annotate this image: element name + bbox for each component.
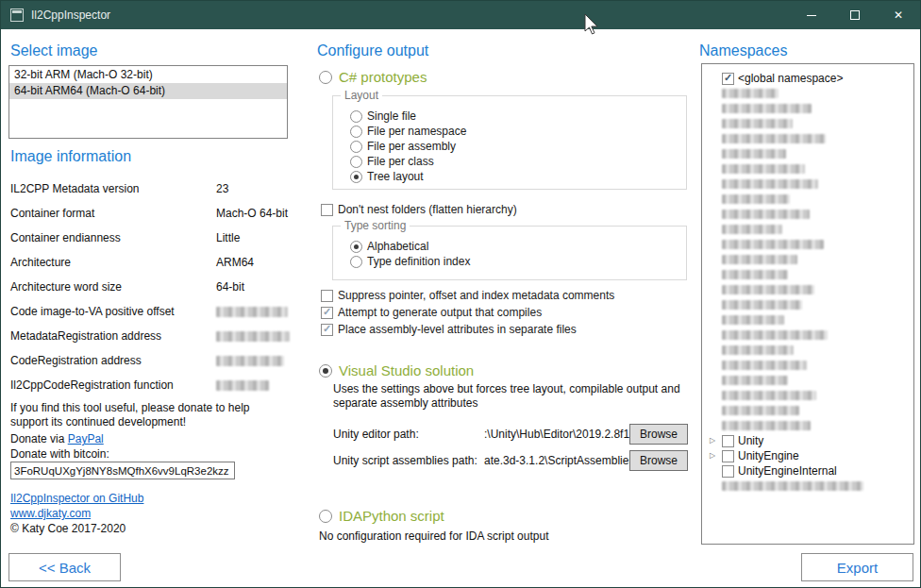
- namespace-item[interactable]: [702, 86, 913, 101]
- radio-sorting-option[interactable]: Alphabetical: [350, 239, 686, 254]
- namespace-item[interactable]: [702, 101, 913, 116]
- info-row: Container formatMach-O 64-bit: [10, 201, 290, 226]
- expander-icon[interactable]: ▷: [707, 448, 718, 463]
- namespace-item[interactable]: [702, 479, 913, 494]
- export-button[interactable]: Export: [801, 553, 913, 581]
- donate-text: If you find this tool useful, please don…: [10, 401, 286, 429]
- bitcoin-address-input[interactable]: [10, 462, 235, 479]
- namespace-item[interactable]: [702, 328, 913, 343]
- checkbox-label: Suppress pointer, offset and index metad…: [338, 289, 614, 302]
- checkbox-option[interactable]: Attempt to generate output that compiles: [321, 305, 614, 320]
- namespace-item[interactable]: ▷Unity: [702, 433, 913, 448]
- radio-icon: [350, 256, 362, 268]
- donate-via-line: Donate via PayPal: [10, 432, 104, 445]
- unity-editor-path-row: Unity editor path: :\Unity\Hub\Editor\20…: [333, 424, 688, 445]
- image-list-item[interactable]: 32-bit ARM (Mach-O 32-bit): [9, 67, 287, 83]
- namespace-item[interactable]: ▷UnityEngine: [702, 448, 913, 463]
- unity-script-path-value[interactable]: ate.3d-3.1.2\ScriptAssemblies: [484, 454, 629, 467]
- redacted-namespace: [722, 421, 811, 430]
- window-controls: ✕: [790, 1, 920, 29]
- radio-layout-option[interactable]: File per assembly: [350, 139, 686, 154]
- donate-via-label: Donate via: [10, 432, 68, 445]
- radio-label: File per namespace: [367, 125, 466, 138]
- maximize-button[interactable]: [833, 1, 877, 29]
- close-button[interactable]: ✕: [877, 1, 920, 29]
- checkbox-option[interactable]: Place assembly-level attributes in separ…: [321, 322, 614, 337]
- namespace-item[interactable]: [702, 373, 913, 388]
- layout-groupbox: Layout Single fileFile per namespaceFile…: [332, 95, 687, 190]
- namespace-item[interactable]: [702, 237, 913, 252]
- checkbox-option[interactable]: Suppress pointer, offset and index metad…: [321, 288, 614, 303]
- redacted-namespace: [722, 194, 790, 204]
- github-link[interactable]: Il2CppInspector on GitHub: [10, 492, 143, 505]
- radio-icon: [319, 364, 332, 378]
- output-checkboxes: Suppress pointer, offset and index metad…: [321, 288, 614, 337]
- info-value: Little: [216, 231, 290, 244]
- info-value: Mach-O 64-bit: [216, 207, 290, 220]
- namespaces-listbox[interactable]: <global namespace>▷Unity▷UnityEngineUnit…: [701, 63, 914, 545]
- redacted-namespace: [722, 361, 807, 370]
- namespace-item[interactable]: [702, 312, 913, 328]
- namespace-item[interactable]: [702, 418, 913, 433]
- namespace-item[interactable]: [702, 252, 913, 267]
- redacted-namespace: [722, 270, 788, 279]
- image-listbox[interactable]: 32-bit ARM (Mach-O 32-bit)64-bit ARM64 (…: [8, 65, 288, 139]
- redacted-namespace: [722, 330, 828, 340]
- back-button[interactable]: << Back: [8, 553, 121, 581]
- redacted-namespace: [722, 376, 788, 385]
- redacted-namespace: [722, 345, 794, 355]
- namespace-item[interactable]: [702, 146, 913, 161]
- radio-label: Tree layout: [367, 170, 424, 183]
- redacted-namespace: [722, 240, 824, 249]
- namespace-item[interactable]: [702, 297, 913, 312]
- namespace-item[interactable]: [702, 388, 913, 403]
- namespace-item[interactable]: [702, 116, 913, 131]
- info-label: Architecture word size: [10, 280, 216, 294]
- radio-vs[interactable]: Visual Studio solution: [319, 362, 474, 378]
- namespace-item[interactable]: [702, 192, 913, 207]
- info-row: IL2CPP Metadata version23: [10, 176, 290, 201]
- checkbox-icon[interactable]: [722, 435, 734, 447]
- namespace-item[interactable]: <global namespace>: [702, 71, 913, 86]
- radio-layout-option[interactable]: File per class: [350, 154, 686, 169]
- namespace-item[interactable]: [702, 358, 913, 373]
- radio-layout-option[interactable]: File per namespace: [350, 124, 686, 139]
- redacted-namespace: [722, 119, 793, 128]
- redacted-namespace: [722, 210, 810, 219]
- checkbox-label: Attempt to generate output that compiles: [338, 306, 542, 319]
- namespace-item[interactable]: [702, 176, 913, 192]
- browse-editor-button[interactable]: Browse: [629, 424, 688, 445]
- radio-layout-option[interactable]: Tree layout: [350, 169, 686, 184]
- info-row: Code image-to-VA positive offset: [10, 299, 290, 324]
- image-list-item[interactable]: 64-bit ARM64 (Mach-O 64-bit): [9, 83, 287, 99]
- radio-ida[interactable]: IDAPython script: [319, 508, 444, 524]
- checkbox-icon[interactable]: [722, 73, 734, 85]
- info-row: Architecture word size64-bit: [10, 275, 290, 299]
- unity-editor-path-value[interactable]: :\Unity\Hub\Editor\2019.2.8f1: [484, 428, 629, 441]
- namespace-item[interactable]: [702, 222, 913, 237]
- namespace-label: UnityEngine: [738, 449, 799, 462]
- radio-layout-option[interactable]: Single file: [350, 109, 686, 124]
- namespace-item[interactable]: UnityEngineInternal: [702, 463, 913, 479]
- namespace-item[interactable]: [702, 343, 913, 358]
- radio-icon: [350, 241, 362, 253]
- website-link[interactable]: www.djkaty.com: [10, 507, 91, 520]
- expander-icon[interactable]: ▷: [707, 433, 718, 448]
- browse-script-button[interactable]: Browse: [629, 450, 688, 471]
- paypal-link[interactable]: PayPal: [68, 432, 104, 445]
- info-row: MetadataRegistration address: [10, 324, 290, 348]
- radio-csharp[interactable]: C# prototypes: [319, 69, 427, 85]
- checkbox-icon[interactable]: [722, 465, 734, 478]
- minimize-button[interactable]: [790, 1, 833, 29]
- namespace-item[interactable]: [702, 282, 913, 297]
- namespace-item[interactable]: [702, 131, 913, 146]
- redacted-value: [216, 331, 290, 342]
- checkbox-icon: [321, 290, 333, 302]
- radio-sorting-option[interactable]: Type definition index: [350, 254, 686, 269]
- namespace-item[interactable]: [702, 161, 913, 176]
- namespace-item[interactable]: [702, 207, 913, 222]
- namespace-item[interactable]: [702, 267, 913, 282]
- namespace-item[interactable]: [702, 403, 913, 418]
- checkbox-flatten[interactable]: Don't nest folders (flatten hierarchy): [321, 202, 517, 217]
- checkbox-icon[interactable]: [722, 450, 734, 462]
